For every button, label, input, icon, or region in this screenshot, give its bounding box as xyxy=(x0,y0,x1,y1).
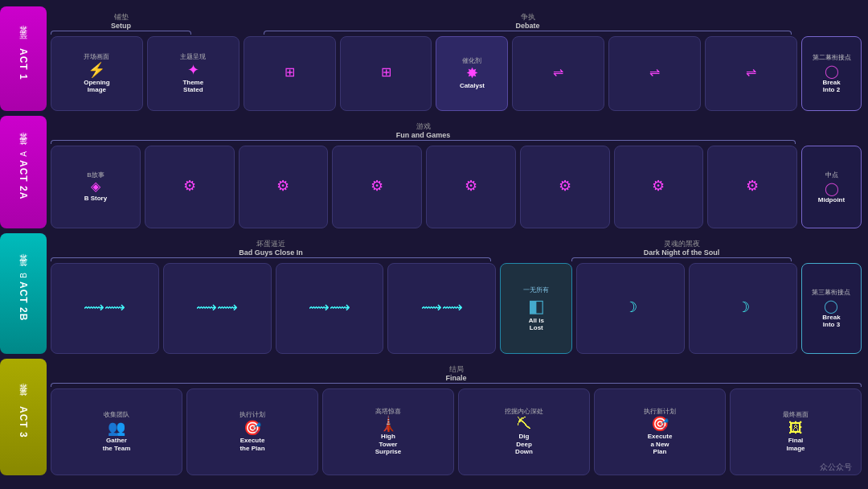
card-gather-team[interactable]: 收集团队 👥 Gatherthe Team xyxy=(51,388,182,475)
card-break-into-2[interactable]: 第二幕衔接点 ◯ BreakInto 2 xyxy=(801,36,862,111)
card-theme-stated[interactable]: 主题呈现 ✦ ThemeStated xyxy=(147,36,240,111)
act2b-row: 第二幕 B ACT 2B 坏蛋逼近 Bad Guys Close In 灵魂的黑… xyxy=(0,233,862,354)
act2a-row: 第二幕 A ACT 2A 游戏 Fun and Games B故事 ◈ B St… xyxy=(0,116,862,228)
act3-bar: 第三幕 ACT 3 xyxy=(0,359,47,475)
card-debate-3[interactable]: ⇌ xyxy=(705,36,797,111)
setup-cn: 铺垫 xyxy=(114,13,129,22)
card-high-tower[interactable]: 高塔惊喜 🗼 HighTowerSurprise xyxy=(322,388,454,475)
card-execute-plan[interactable]: 执行计划 🎯 Executethe Plan xyxy=(186,388,318,475)
card-setup-4[interactable]: ⊞ xyxy=(340,36,432,111)
act3-cn-label: 第三幕 xyxy=(18,396,29,403)
debate-cn: 争执 xyxy=(521,13,535,22)
setup-header-block: 铺垫 Setup xyxy=(51,13,191,35)
card-fg-5[interactable]: ⚙ xyxy=(426,146,516,228)
act1-en-label: ACT 1 xyxy=(18,48,29,80)
act3-content: 结局 Finale 收集团队 👥 Gatherthe Team 执行计划 🎯 E… xyxy=(51,359,862,475)
act3-en-label: ACT 3 xyxy=(18,406,29,438)
bgci-header: 坏蛋逼近 Bad Guys Close In xyxy=(51,240,491,261)
card-fg-4[interactable]: ⚙ xyxy=(332,146,422,228)
act3-row: 第三幕 ACT 3 结局 Finale 收集团队 👥 Gatherthe Tea… xyxy=(0,359,862,475)
act1-cards: 开场画面 ⚡ OpeningImage 主题呈现 ✦ ThemeStated ⊞… xyxy=(51,36,862,111)
card-midpoint[interactable]: 中点 ◯ Midpoint xyxy=(801,146,862,228)
card-break-into-3[interactable]: 第三幕衔接点 ◯ BreakInto 3 xyxy=(801,263,862,354)
act2a-cn-label2: A xyxy=(19,149,28,157)
card-dig-deep[interactable]: 挖掘内心深处 ⛏ DigDeepDown xyxy=(458,388,590,475)
setup-en: Setup xyxy=(111,22,131,31)
act2a-cards: B故事 ◈ B Story ⚙ ⚙ ⚙ ⚙ ⚙ xyxy=(51,146,862,228)
card-execute-new-plan[interactable]: 执行新计划 🎯 Executea NewPlan xyxy=(594,388,726,475)
act2a-content: 游戏 Fun and Games B故事 ◈ B Story ⚙ ⚙ xyxy=(51,116,862,228)
main-container: 第一幕 ACT 1 铺垫 Setup 争执 Debate xyxy=(0,0,868,489)
card-fg-6[interactable]: ⚙ xyxy=(520,146,610,228)
card-fg-3[interactable]: ⚙ xyxy=(239,146,329,228)
card-fg-2[interactable]: ⚙ xyxy=(145,146,235,228)
dnots-header: 灵魂的黑夜 Dark Night of the Soul xyxy=(571,240,792,261)
act1-bar: 第一幕 ACT 1 xyxy=(0,6,47,111)
act1-cn-label: 第一幕 xyxy=(18,38,29,45)
card-setup-3[interactable]: ⊞ xyxy=(244,36,336,111)
card-all-is-lost[interactable]: 一无所有 ◧ All isLost xyxy=(500,263,572,354)
card-dnots-1[interactable]: ☽ xyxy=(576,263,685,354)
card-bgci-1[interactable]: ⟿⟿ xyxy=(51,263,159,354)
card-debate-2[interactable]: ⇌ xyxy=(608,36,701,111)
card-bgci-4[interactable]: ⟿⟿ xyxy=(387,263,496,354)
act2b-en-label: ACT 2B xyxy=(18,281,29,321)
fun-games-header: 游戏 Fun and Games xyxy=(51,122,796,144)
watermark: 众公众号 xyxy=(820,462,852,473)
card-b-story[interactable]: B故事 ◈ B Story xyxy=(51,146,141,228)
debate-header-block: 争执 Debate xyxy=(264,13,792,35)
card-fg-7[interactable]: ⚙ xyxy=(614,146,704,228)
card-fg-8[interactable]: ⚙ xyxy=(707,146,797,228)
act3-cards: 收集团队 👥 Gatherthe Team 执行计划 🎯 Executethe … xyxy=(51,388,862,475)
card-dnots-2[interactable]: ☽ xyxy=(689,263,797,354)
act2b-bar: 第二幕 B ACT 2B xyxy=(0,233,47,354)
card-bgci-2[interactable]: ⟿⟿ xyxy=(163,263,272,354)
act2b-content: 坏蛋逼近 Bad Guys Close In 灵魂的黑夜 Dark Night … xyxy=(51,233,862,354)
card-debate-1[interactable]: ⇌ xyxy=(512,36,604,111)
act2a-en-label: ACT 2A xyxy=(18,160,29,199)
act2b-cards: ⟿⟿ ⟿⟿ ⟿⟿ ⟿⟿ 一无所有 ◧ All isLost xyxy=(51,263,862,354)
act1-row: 第一幕 ACT 1 铺垫 Setup 争执 Debate xyxy=(0,6,862,111)
card-opening-image[interactable]: 开场画面 ⚡ OpeningImage xyxy=(51,36,143,111)
card-bgci-3[interactable]: ⟿⟿ xyxy=(276,263,384,354)
act2a-bar: 第二幕 A ACT 2A xyxy=(0,116,47,228)
finale-header: 结局 Finale xyxy=(51,365,862,387)
debate-en: Debate xyxy=(515,22,539,31)
act1-content: 铺垫 Setup 争执 Debate 开场画面 ⚡ OpeningI xyxy=(51,6,862,111)
card-catalyst[interactable]: 催化剂 ✸ Catalyst xyxy=(436,36,508,111)
